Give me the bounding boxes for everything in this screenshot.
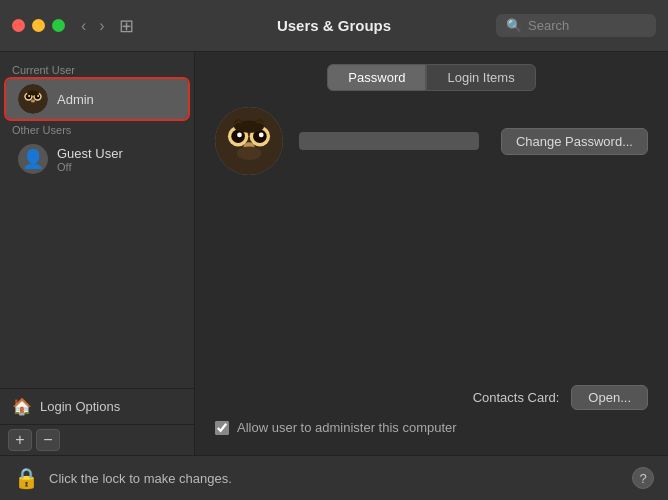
add-user-button[interactable]: + — [8, 429, 32, 451]
lock-icon[interactable]: 🔒 — [14, 466, 39, 490]
grid-icon: ⊞ — [119, 15, 134, 37]
svg-point-18 — [237, 146, 261, 160]
svg-point-7 — [31, 100, 35, 103]
tab-password[interactable]: Password — [327, 64, 426, 91]
svg-point-15 — [259, 133, 264, 138]
close-button[interactable] — [12, 19, 25, 32]
search-icon: 🔍 — [506, 18, 522, 33]
sidebar-item-admin[interactable]: Admin — [6, 79, 188, 119]
sidebar-controls: + − — [0, 424, 194, 455]
admin-checkbox[interactable] — [215, 421, 229, 435]
svg-point-0 — [18, 84, 48, 114]
sidebar-item-guest[interactable]: 👤 Guest User Off — [6, 139, 188, 179]
main-content: Current User Admin — [0, 52, 668, 455]
titlebar: ‹ › ⊞ Users & Groups 🔍 — [0, 0, 668, 52]
admin-avatar — [18, 84, 48, 114]
contacts-card-label: Contacts Card: — [473, 390, 560, 405]
back-button[interactable]: ‹ — [77, 15, 90, 37]
admin-checkbox-label: Allow user to administer this computer — [237, 420, 457, 435]
user-name-blurred — [299, 132, 479, 150]
user-avatar-large — [215, 107, 283, 175]
tabs: Password Login Items — [215, 64, 648, 91]
minimize-button[interactable] — [32, 19, 45, 32]
svg-point-9 — [215, 107, 283, 175]
lock-text: Click the lock to make changes. — [49, 471, 232, 486]
svg-point-6 — [37, 95, 39, 97]
right-panel: Password Login Items — [195, 52, 668, 455]
fullscreen-button[interactable] — [52, 19, 65, 32]
house-icon: 🏠 — [12, 397, 32, 416]
guest-avatar: 👤 — [18, 144, 48, 174]
svg-point-5 — [28, 95, 30, 97]
bottom-bar: 🔒 Click the lock to make changes. ? — [0, 455, 668, 500]
remove-user-button[interactable]: − — [36, 429, 60, 451]
search-bar[interactable]: 🔍 — [496, 14, 656, 37]
open-contacts-button[interactable]: Open... — [571, 385, 648, 410]
svg-point-14 — [237, 133, 242, 138]
window-title: Users & Groups — [277, 17, 391, 34]
nav-buttons: ‹ › — [77, 15, 109, 37]
guest-status: Off — [57, 161, 123, 173]
help-button[interactable]: ? — [632, 467, 654, 489]
traffic-lights — [12, 19, 65, 32]
change-password-button[interactable]: Change Password... — [501, 128, 648, 155]
login-options-button[interactable]: 🏠 Login Options — [0, 388, 194, 424]
contacts-card-row: Contacts Card: Open... — [215, 385, 648, 410]
tab-login-items[interactable]: Login Items — [426, 64, 535, 91]
forward-button[interactable]: › — [95, 15, 108, 37]
user-info-row: Change Password... — [215, 107, 648, 175]
current-user-label: Current User — [0, 60, 194, 78]
admin-checkbox-row: Allow user to administer this computer — [215, 420, 648, 435]
other-users-label: Other Users — [0, 120, 194, 138]
login-options-label: Login Options — [40, 399, 120, 414]
guest-user-info: Guest User Off — [57, 146, 123, 173]
guest-name: Guest User — [57, 146, 123, 161]
admin-name: Admin — [57, 92, 94, 107]
sidebar: Current User Admin — [0, 52, 195, 455]
search-input[interactable] — [528, 18, 646, 33]
